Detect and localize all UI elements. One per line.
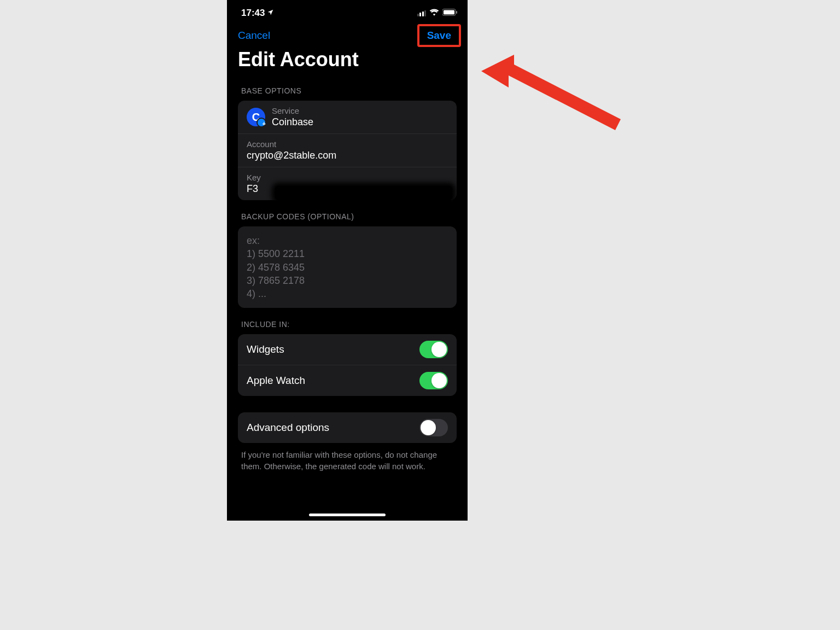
annotation-highlight-box: Save <box>417 24 461 47</box>
base-options-card: C + Service Coinbase Account crypto@2sta… <box>238 101 457 200</box>
account-value: crypto@2stable.com <box>247 150 448 161</box>
wifi-icon <box>429 8 439 19</box>
battery-icon <box>442 8 458 19</box>
advanced-options-row: Advanced options <box>238 412 457 443</box>
account-row[interactable]: Account crypto@2stable.com <box>238 134 457 167</box>
service-value: Coinbase <box>272 116 313 128</box>
account-label: Account <box>247 139 448 149</box>
widgets-toggle[interactable] <box>419 341 448 358</box>
section-header-include-in: INCLUDE IN: <box>227 310 468 332</box>
advanced-options-label: Advanced options <box>247 422 329 434</box>
apple-watch-row: Apple Watch <box>238 365 457 396</box>
section-header-backup-codes: BACKUP CODES (OPTIONAL) <box>227 202 468 224</box>
apple-watch-toggle[interactable] <box>419 372 448 389</box>
service-row[interactable]: C + Service Coinbase <box>238 101 457 134</box>
status-bar: 17:43 <box>227 0 468 22</box>
coinbase-logo-icon: C <box>252 111 260 124</box>
page-title: Edit Account <box>227 45 468 77</box>
cancel-button[interactable]: Cancel <box>238 30 270 42</box>
advanced-options-toggle[interactable] <box>419 419 448 436</box>
cellular-signal-icon <box>417 10 427 16</box>
phone-screen: 17:43 Cancel Save Edit Account BASE OPTI… <box>227 0 468 521</box>
key-row[interactable]: Key F3 <box>238 167 457 200</box>
service-icon: C + <box>247 108 265 126</box>
home-indicator[interactable] <box>309 514 386 516</box>
advanced-options-note: If you're not familiar with these option… <box>227 445 468 472</box>
key-redaction-overlay <box>275 186 452 200</box>
backup-codes-card: ex: 1) 5500 2211 2) 4578 6345 3) 7865 21… <box>238 226 457 308</box>
save-button[interactable]: Save <box>423 26 456 44</box>
add-badge-icon: + <box>262 120 266 127</box>
svg-marker-4 <box>481 55 621 130</box>
backup-codes-input[interactable]: ex: 1) 5500 2211 2) 4578 6345 3) 7865 21… <box>238 226 457 308</box>
nav-bar: Cancel Save <box>227 22 468 45</box>
advanced-options-card: Advanced options <box>238 412 457 443</box>
svg-rect-1 <box>444 10 454 15</box>
section-header-base-options: BASE OPTIONS <box>227 77 468 98</box>
svg-rect-2 <box>456 11 457 14</box>
service-label: Service <box>272 106 313 115</box>
status-time: 17:43 <box>241 8 265 19</box>
widgets-row: Widgets <box>238 334 457 365</box>
key-label: Key <box>247 173 448 182</box>
annotation-arrow-icon <box>476 49 629 148</box>
apple-watch-label: Apple Watch <box>247 375 305 387</box>
include-in-card: Widgets Apple Watch <box>238 334 457 396</box>
widgets-label: Widgets <box>247 343 284 355</box>
location-icon <box>267 8 274 19</box>
